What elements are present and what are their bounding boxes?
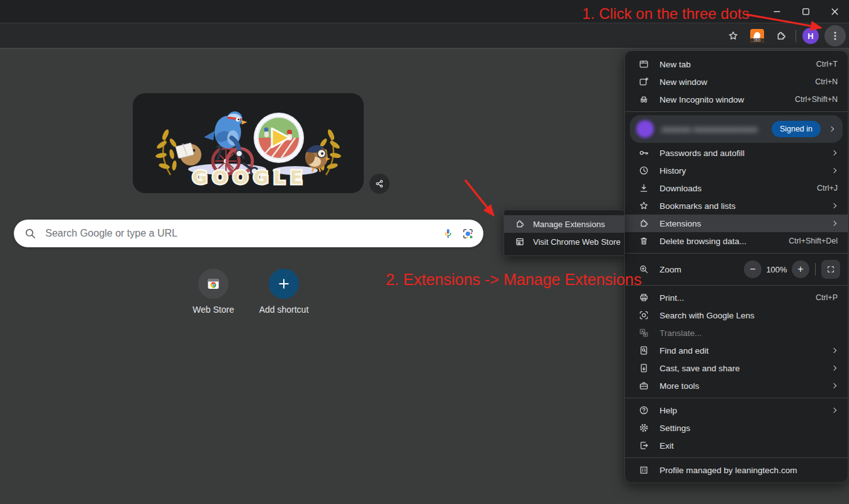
puzzle-icon bbox=[514, 218, 526, 230]
store-icon bbox=[514, 236, 526, 247]
menu-item-extensions[interactable]: Extensions bbox=[625, 215, 848, 232]
menu-item-exit[interactable]: Exit bbox=[625, 437, 848, 454]
google-doodle[interactable]: GOOGLE bbox=[133, 93, 364, 193]
menu-item-print[interactable]: Print... Ctrl+P bbox=[625, 289, 848, 306]
close-button[interactable] bbox=[820, 0, 849, 23]
menu-profile-row[interactable]: ●●●●●● ●●●●●●●●●●●●● Signed in bbox=[630, 115, 843, 143]
extension-orange-icon[interactable]: JSO bbox=[745, 23, 769, 48]
search-input[interactable] bbox=[45, 228, 435, 239]
menu-item-new-window[interactable]: New window Ctrl+N bbox=[625, 73, 848, 91]
help-icon bbox=[638, 405, 650, 416]
zoom-out-button[interactable]: − bbox=[744, 260, 762, 278]
menu-item-search-with-google-lens[interactable]: Search with Google Lens bbox=[625, 306, 848, 324]
menu-item-help[interactable]: Help bbox=[625, 401, 848, 419]
browser-toolbar: JSO H bbox=[0, 23, 849, 49]
new-tab-icon bbox=[638, 59, 650, 70]
incognito-icon bbox=[638, 94, 650, 105]
signed-in-badge: Signed in bbox=[772, 121, 821, 137]
toolbox-icon bbox=[638, 380, 650, 391]
chevron-right-icon bbox=[831, 150, 836, 155]
menu-item-label: Delete browsing data... bbox=[660, 237, 789, 246]
menu-item-label: Cast, save and share bbox=[660, 364, 832, 373]
minimize-button[interactable] bbox=[762, 0, 791, 23]
menu-item-profile-managed[interactable]: Profile managed by leaningtech.com bbox=[625, 461, 848, 479]
menu-item-label: Exit bbox=[660, 441, 838, 451]
fullscreen-icon bbox=[826, 264, 836, 274]
menu-separator bbox=[625, 253, 848, 254]
menu-zoom-row: Zoom − 100% + bbox=[625, 257, 848, 282]
window-controls bbox=[762, 0, 849, 23]
web-store-icon bbox=[198, 269, 228, 299]
share-icon bbox=[374, 179, 385, 189]
menu-item-shortcut: Ctrl+Shift+Del bbox=[789, 237, 838, 245]
submenu-item-manage-extensions[interactable]: Manage Extensions bbox=[504, 215, 624, 233]
menu-separator bbox=[625, 398, 848, 398]
menu-item-label: New window bbox=[660, 77, 815, 87]
profile-name-blurred: ●●●●●● ●●●●●●●●●●●●● bbox=[661, 125, 772, 134]
menu-footer-label: Profile managed by leaningtech.com bbox=[660, 466, 838, 475]
menu-item-history[interactable]: History bbox=[625, 162, 848, 179]
menu-item-label: New Incognito window bbox=[660, 95, 795, 104]
search-bar[interactable] bbox=[14, 220, 483, 247]
exit-icon bbox=[638, 440, 650, 451]
extensions-puzzle-icon[interactable] bbox=[769, 23, 793, 48]
gear-icon bbox=[638, 422, 650, 434]
doodle-wordmark: GOOGLE bbox=[192, 167, 307, 188]
menu-item-label: More tools bbox=[660, 381, 832, 391]
printer-icon bbox=[638, 292, 650, 303]
zoom-separator bbox=[815, 263, 816, 276]
profile-avatar-button[interactable]: H bbox=[799, 23, 823, 48]
fullscreen-button[interactable] bbox=[821, 260, 840, 279]
menu-item-shortcut: Ctrl+Shift+N bbox=[795, 95, 838, 104]
submenu-item-visit-web-store[interactable]: Visit Chrome Web Store bbox=[504, 233, 624, 250]
shortcut-add[interactable]: Add shortcut bbox=[249, 269, 319, 315]
key-icon bbox=[638, 147, 650, 159]
menu-item-downloads[interactable]: Downloads Ctrl+J bbox=[625, 179, 848, 197]
lens-icon bbox=[638, 310, 650, 321]
menu-item-new-tab[interactable]: New tab Ctrl+T bbox=[625, 55, 848, 73]
trash-icon bbox=[638, 235, 650, 247]
new-window-icon bbox=[638, 76, 650, 87]
doodle-share-button[interactable] bbox=[369, 174, 390, 194]
menu-item-label: Extensions bbox=[660, 219, 832, 228]
menu-item-cast-save-share[interactable]: Cast, save and share bbox=[625, 359, 848, 377]
menu-item-settings[interactable]: Settings bbox=[625, 419, 848, 437]
menu-item-passwords-autofill[interactable]: Passwords and autofill bbox=[625, 144, 848, 162]
menu-item-label: Passwords and autofill bbox=[660, 148, 832, 158]
search-icon bbox=[24, 227, 37, 240]
menu-item-label: Settings bbox=[660, 423, 838, 433]
download-icon bbox=[638, 182, 650, 194]
extensions-submenu: Manage Extensions Visit Chrome Web Store bbox=[503, 210, 625, 256]
menu-item-label: New tab bbox=[660, 60, 816, 69]
building-icon bbox=[638, 464, 650, 476]
puzzle-icon bbox=[638, 218, 650, 229]
menu-item-shortcut: Ctrl+T bbox=[816, 60, 838, 69]
google-lens-icon[interactable] bbox=[461, 227, 475, 240]
menu-item-new-incognito-window[interactable]: New Incognito window Ctrl+Shift+N bbox=[625, 91, 848, 108]
menu-separator bbox=[625, 285, 848, 286]
bookmark-star-icon[interactable] bbox=[721, 23, 745, 48]
laurel-left bbox=[155, 128, 177, 175]
menu-item-bookmarks-lists[interactable]: Bookmarks and lists bbox=[625, 197, 848, 215]
menu-item-label: Help bbox=[660, 406, 832, 415]
voice-search-icon[interactable] bbox=[442, 227, 454, 240]
toolbar-separator bbox=[796, 30, 796, 42]
find-edit-icon bbox=[638, 345, 650, 356]
menu-item-shortcut: Ctrl+P bbox=[816, 293, 838, 302]
zoom-in-button[interactable]: + bbox=[792, 260, 809, 278]
menu-item-delete-browsing-data[interactable]: Delete browsing data... Ctrl+Shift+Del bbox=[625, 232, 848, 250]
menu-item-more-tools[interactable]: More tools bbox=[625, 377, 848, 395]
avatar: H bbox=[802, 28, 819, 44]
shortcut-web-store[interactable]: Web Store bbox=[178, 269, 249, 315]
menu-item-label: Bookmarks and lists bbox=[660, 201, 832, 211]
chrome-main-menu: New tab Ctrl+T New window Ctrl+N New Inc… bbox=[624, 50, 848, 483]
menu-item-find-and-edit[interactable]: Find and edit bbox=[625, 342, 848, 359]
three-dots-menu-button[interactable] bbox=[824, 25, 846, 47]
maximize-button[interactable] bbox=[791, 0, 820, 23]
zoom-label: Zoom bbox=[660, 265, 744, 274]
chevron-right-icon bbox=[831, 348, 836, 353]
menu-item-label: Downloads bbox=[660, 184, 817, 193]
chevron-right-icon bbox=[831, 168, 836, 173]
menu-item-label: Translate... bbox=[660, 328, 838, 338]
menu-item-label: History bbox=[660, 166, 832, 176]
